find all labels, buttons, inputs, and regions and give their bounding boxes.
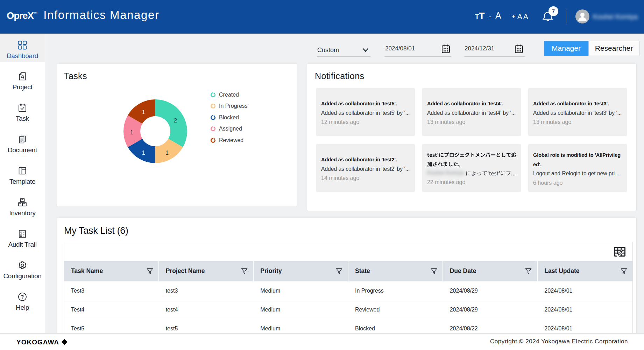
svg-text:?: ? — [21, 294, 24, 300]
